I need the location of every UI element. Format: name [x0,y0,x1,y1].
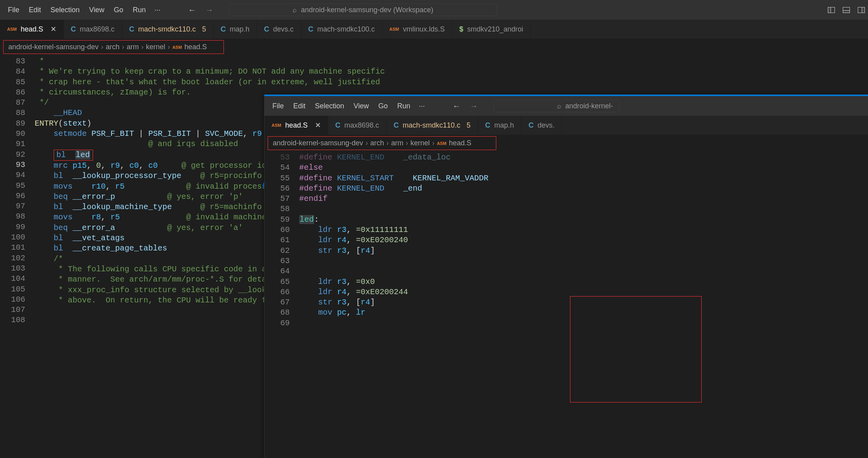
nav-back-icon[interactable]: ← [453,102,460,111]
tab-vmlinux-lds-s[interactable]: ASM vmlinux.lds.S [382,20,452,39]
menubar: File Edit Selection View Go Run ··· ← → … [0,0,868,20]
tab-mach-smdkc100-c[interactable]: C mach-smdkc100.c [301,20,382,39]
asm-file-icon: ASM [172,45,182,50]
menu-run[interactable]: Run [128,6,151,14]
c-file-icon: C [221,25,226,33]
command-center-search[interactable]: ⌕ android-kernel- [494,100,620,112]
search-placeholder: android-kernel-samsung-dev (Workspace) [301,6,433,14]
tabbar-secondary: ASM head.S ✕ C max8698.c C mach-smdkc110… [264,116,868,135]
menu-go[interactable]: Go [374,102,393,110]
c-file-icon: C [264,25,269,33]
tab-mach-smdkc110-c[interactable]: C mach-smdkc110.c 5 [122,20,214,39]
secondary-window: File Edit Selection View Go Run ··· ← → … [264,95,868,458]
menu-file[interactable]: File [268,102,289,110]
tabbar: ASM head.S ✕ C max8698.c C mach-smdkc110… [0,20,868,39]
menu-go[interactable]: Go [109,6,128,14]
asm-file-icon: ASM [437,141,446,146]
search-placeholder: android-kernel- [565,102,613,110]
code-editor-secondary[interactable]: 5354555657585960616263646566676869 #defi… [264,152,868,328]
line-number-gutter: 5354555657585960616263646566676869 [264,152,299,328]
menubar-secondary: File Edit Selection View Go Run ··· ← → … [264,96,868,116]
nav-forward-icon: → [205,6,213,15]
tab-mach-smdkc110-c[interactable]: C mach-smdkc110.c 5 [387,116,478,135]
c-file-icon: C [335,121,341,130]
search-icon: ⌕ [557,102,561,110]
breadcrumb[interactable]: android-kernel-samsung-dev› arch› arm› k… [3,40,224,54]
c-file-icon: C [129,25,134,33]
asm-file-icon: ASM [389,27,399,32]
tab-max8698-c[interactable]: C max8698.c [64,20,122,39]
tab-devs-c[interactable]: C devs.c [257,20,301,39]
c-file-icon: C [308,25,313,33]
menu-edit[interactable]: Edit [24,6,46,14]
menu-overflow-icon[interactable]: ··· [415,102,429,110]
nav-forward-icon: → [470,102,478,111]
menu-selection[interactable]: Selection [310,102,349,110]
asm-file-icon: ASM [272,123,281,128]
close-icon[interactable]: ✕ [50,25,56,33]
menu-run[interactable]: Run [393,102,415,110]
search-icon: ⌕ [292,6,297,14]
toggle-sidebar-left-icon[interactable] [828,7,835,13]
shell-file-icon: $ [459,25,463,33]
breadcrumb[interactable]: android-kernel-samsung-dev› arch› arm› k… [268,136,496,150]
c-file-icon: C [71,25,76,33]
menu-view[interactable]: View [349,102,374,110]
c-file-icon: C [394,121,399,130]
menu-view[interactable]: View [84,6,109,14]
command-center-search[interactable]: ⌕ android-kernel-samsung-dev (Workspace) [229,4,497,16]
tab-smdkv210-android[interactable]: $ smdkv210_androi [452,20,531,39]
c-file-icon: C [529,121,534,130]
close-icon[interactable]: ✕ [315,121,321,130]
menu-overflow-icon[interactable]: ··· [151,6,164,14]
line-number-gutter: 8384858687888990919293949596979899100101… [0,56,35,326]
menu-selection[interactable]: Selection [46,6,84,14]
c-file-icon: C [485,121,490,130]
tab-map-h[interactable]: C map.h [214,20,257,39]
menu-edit[interactable]: Edit [289,102,310,110]
tab-max8698-c[interactable]: C max8698.c [328,116,387,135]
tab-devs[interactable]: C devs. [522,116,562,135]
nav-back-icon[interactable]: ← [188,6,196,15]
code-content[interactable]: #define KERNEL_END _edata_loc#else#defin… [299,152,868,328]
toggle-sidebar-right-icon[interactable] [858,7,865,13]
menu-file[interactable]: File [3,6,24,14]
asm-file-icon: ASM [7,27,17,32]
tab-head-s[interactable]: ASM head.S ✕ [0,20,64,39]
tab-head-s[interactable]: ASM head.S ✕ [264,116,328,135]
layout-controls [828,7,865,13]
toggle-panel-bottom-icon[interactable] [843,7,850,13]
tab-map-h[interactable]: C map.h [478,116,522,135]
